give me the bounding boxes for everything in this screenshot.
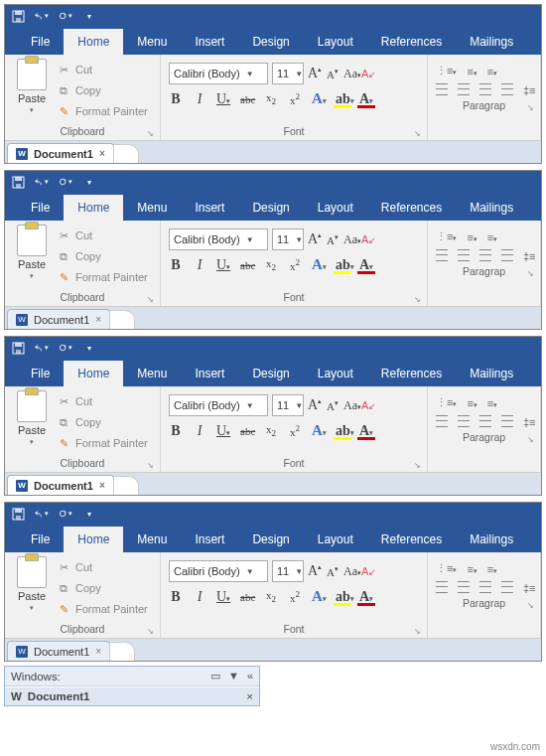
tab-home[interactable]: Home [64,361,123,386]
line-spacing-button[interactable]: ‡≡ [523,84,536,96]
dropdown-icon[interactable]: ▼ [228,670,239,682]
copy-button[interactable]: ⧉Copy [57,413,148,431]
line-spacing-button[interactable]: ‡≡ [523,582,536,594]
save-icon[interactable] [11,507,25,521]
change-case-button[interactable]: Aa▾ [343,67,357,81]
tab-mailings[interactable]: Mailings [456,195,527,221]
shrink-font-button[interactable]: A▾ [326,233,340,246]
bullets-button[interactable]: ⋮≡▾ [436,65,457,77]
tab-file[interactable]: File [17,527,64,552]
tab-insert[interactable]: Insert [181,29,238,55]
numbering-button[interactable]: ≡▾ [467,397,477,409]
undo-icon[interactable]: ▾ [35,9,49,23]
copy-button[interactable]: ⧉Copy [57,81,148,99]
tab-home[interactable]: Home [64,195,123,221]
font-size-combo[interactable]: 11▼ [272,63,304,84]
close-icon[interactable]: × [95,314,101,325]
tab-design[interactable]: Design [238,29,303,55]
subscript-button[interactable]: x2 [264,423,278,438]
text-effects-button[interactable]: A▾ [312,422,326,439]
paste-button[interactable]: Paste ▾ [13,59,51,114]
bullets-button[interactable]: ⋮≡▾ [436,396,457,409]
cut-button[interactable]: ✂Cut [57,61,148,78]
multilevel-button[interactable]: ≡▾ [487,66,497,77]
font-color-button[interactable]: A▾ [359,589,373,605]
windows-panel-item[interactable]: W Document1 × [5,686,259,705]
tab-menu[interactable]: Menu [123,527,181,552]
text-effects-button[interactable]: A▾ [312,256,326,273]
subscript-button[interactable]: x2 [264,589,278,604]
underline-button[interactable]: U▾ [216,589,230,605]
undo-icon[interactable]: ▾ [35,175,49,189]
shrink-font-button[interactable]: A▾ [326,399,340,412]
close-icon[interactable]: × [246,690,253,702]
align-right-button[interactable] [479,581,491,595]
undo-icon[interactable]: ▾ [35,341,49,355]
redo-icon[interactable]: ▾ [59,507,72,521]
multilevel-button[interactable]: ≡▾ [487,231,497,243]
customize-qat-icon[interactable]: ▾ [82,507,96,521]
tab-file[interactable]: File [17,195,64,221]
align-center-button[interactable] [458,83,470,97]
bold-button[interactable]: B [169,91,183,107]
tab-home[interactable]: Home [64,527,123,552]
font-size-combo[interactable]: 11▼ [272,228,304,250]
bold-button[interactable]: B [169,589,183,605]
close-icon[interactable]: × [95,646,101,657]
subscript-button[interactable]: x2 [264,257,278,272]
subscript-button[interactable]: x2 [264,91,278,106]
tab-references[interactable]: References [367,527,456,552]
underline-button[interactable]: U▾ [216,257,230,273]
save-icon[interactable] [11,9,25,23]
tab-mailings[interactable]: Mailings [456,527,527,552]
align-right-button[interactable] [479,415,491,429]
tab-references[interactable]: References [367,29,456,55]
collapse-icon[interactable]: « [247,670,253,682]
align-left-button[interactable] [436,415,448,429]
document-tab[interactable]: W Document1 × [7,641,110,661]
highlight-button[interactable]: ab▾ [336,423,349,439]
redo-icon[interactable]: ▾ [59,175,72,189]
close-icon[interactable]: × [99,148,105,159]
tab-design[interactable]: Design [238,195,303,221]
font-name-combo[interactable]: Calibri (Body)▼ [169,228,268,250]
superscript-button[interactable]: x2 [288,257,302,272]
customize-qat-icon[interactable]: ▾ [82,175,96,189]
align-center-button[interactable] [458,581,470,595]
tab-insert[interactable]: Insert [181,527,238,552]
font-color-button[interactable]: A▾ [359,257,373,273]
tab-menu[interactable]: Menu [123,29,181,55]
font-color-button[interactable]: A▾ [359,423,373,439]
tab-references[interactable]: References [367,195,456,221]
tab-layout[interactable]: Layout [304,195,367,221]
tab-layout[interactable]: Layout [304,361,367,386]
document-tab[interactable]: W Document1 × [7,309,110,329]
font-name-combo[interactable]: Calibri (Body)▼ [169,394,268,416]
justify-button[interactable] [501,581,513,595]
clear-formatting-button[interactable]: A↙ [361,565,376,577]
redo-icon[interactable]: ▾ [59,341,72,355]
copy-button[interactable]: ⧉Copy [57,247,148,265]
shrink-font-button[interactable]: A▾ [326,68,340,80]
superscript-button[interactable]: x2 [288,423,302,438]
grow-font-button[interactable]: A▴ [308,231,322,247]
paste-arrow-icon[interactable]: ▾ [30,604,34,612]
tab-mailings[interactable]: Mailings [456,361,527,386]
new-tab-button[interactable] [113,144,139,163]
strikethrough-button[interactable]: abc [240,93,254,105]
tab-layout[interactable]: Layout [304,29,367,55]
customize-qat-icon[interactable]: ▾ [82,9,96,23]
highlight-button[interactable]: ab▾ [336,257,349,273]
cut-button[interactable]: ✂Cut [57,558,148,576]
align-center-button[interactable] [458,415,470,429]
bullets-button[interactable]: ⋮≡▾ [436,562,457,575]
strikethrough-button[interactable]: abc [240,425,254,437]
undo-icon[interactable]: ▾ [35,507,49,521]
line-spacing-button[interactable]: ‡≡ [523,416,536,428]
paste-button[interactable]: Paste ▾ [13,225,51,280]
tab-insert[interactable]: Insert [181,195,238,221]
highlight-button[interactable]: ab▾ [336,589,349,605]
tab-design[interactable]: Design [238,527,303,552]
align-right-button[interactable] [479,83,491,97]
strikethrough-button[interactable]: abc [240,259,254,271]
